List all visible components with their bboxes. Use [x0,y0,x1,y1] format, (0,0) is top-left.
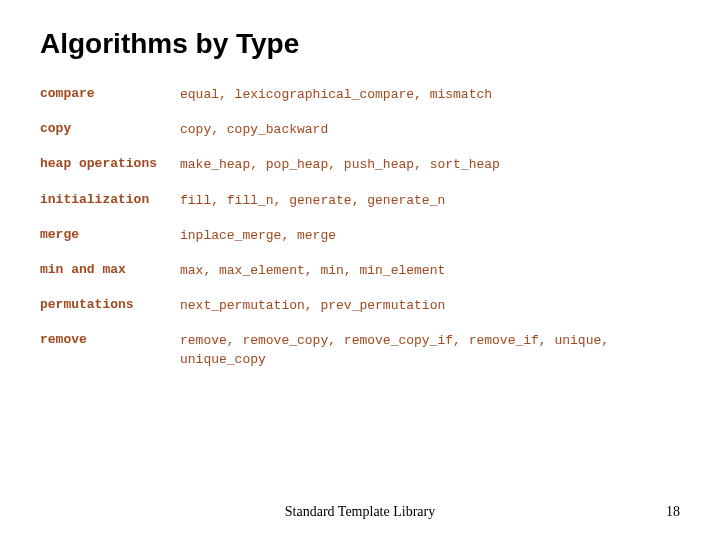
table-row: initialization fill, fill_n, generate, g… [40,192,680,210]
category-cell: heap operations [40,156,180,172]
category-cell: copy [40,121,180,137]
algorithm-table: compare equal, lexicographical_compare, … [40,86,680,369]
items-cell: max, max_element, min, min_element [180,262,680,280]
items-cell: fill, fill_n, generate, generate_n [180,192,680,210]
items-cell: next_permutation, prev_permutation [180,297,680,315]
table-row: copy copy, copy_backward [40,121,680,139]
page-number: 18 [666,504,680,520]
table-row: min and max max, max_element, min, min_e… [40,262,680,280]
category-cell: min and max [40,262,180,278]
table-row: permutations next_permutation, prev_perm… [40,297,680,315]
footer-label: Standard Template Library [0,504,720,520]
items-cell: copy, copy_backward [180,121,680,139]
category-cell: permutations [40,297,180,313]
page-title: Algorithms by Type [40,28,680,60]
items-cell: inplace_merge, merge [180,227,680,245]
table-row: compare equal, lexicographical_compare, … [40,86,680,104]
items-cell: make_heap, pop_heap, push_heap, sort_hea… [180,156,680,174]
category-cell: remove [40,332,180,348]
table-row: heap operations make_heap, pop_heap, pus… [40,156,680,174]
category-cell: merge [40,227,180,243]
table-row: remove remove, remove_copy, remove_copy_… [40,332,680,368]
items-cell: equal, lexicographical_compare, mismatch [180,86,680,104]
slide: Algorithms by Type compare equal, lexico… [0,0,720,540]
category-cell: compare [40,86,180,102]
items-cell: remove, remove_copy, remove_copy_if, rem… [180,332,680,368]
category-cell: initialization [40,192,180,208]
table-row: merge inplace_merge, merge [40,227,680,245]
